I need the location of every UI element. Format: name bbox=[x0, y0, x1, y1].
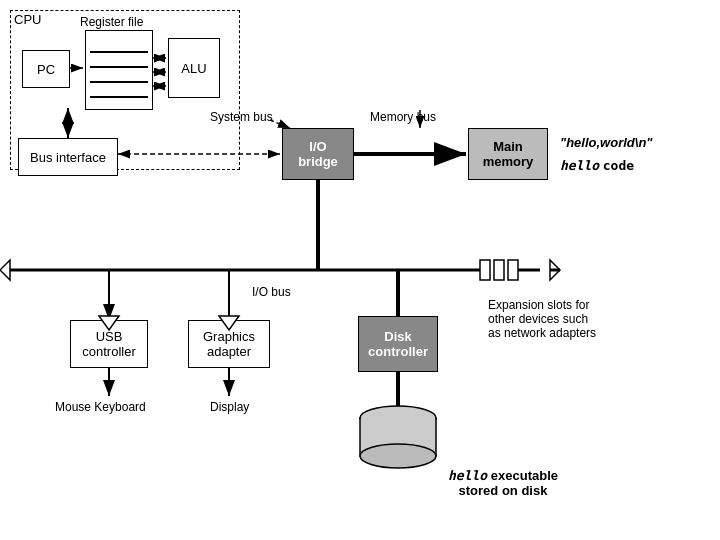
hello-code-label: hello code bbox=[560, 158, 634, 173]
svg-rect-38 bbox=[360, 418, 436, 456]
register-file-label: Register file bbox=[80, 15, 143, 29]
display-label: Display bbox=[210, 400, 249, 414]
mouse-keyboard-label: Mouse Keyboard bbox=[55, 400, 146, 414]
system-bus-label: System bus bbox=[210, 110, 273, 124]
hello-world-label: "hello,world\n" bbox=[560, 135, 653, 150]
register-file-box bbox=[85, 30, 153, 110]
svg-point-37 bbox=[360, 406, 436, 430]
alu-box: ALU bbox=[168, 38, 220, 98]
usb-controller-label: USB controller bbox=[82, 329, 135, 359]
memory-bus-label: Memory bus bbox=[370, 110, 436, 124]
io-bridge-label: I/O bridge bbox=[298, 139, 338, 169]
main-memory-label: Main memory bbox=[483, 139, 534, 169]
expansion-slots-label: Expansion slots for other devices such a… bbox=[488, 298, 668, 340]
diagram: CPU PC Register file ALU Bus interface I… bbox=[0, 0, 720, 540]
io-bridge-box: I/O bridge bbox=[282, 128, 354, 180]
svg-marker-26 bbox=[550, 260, 560, 280]
svg-rect-40 bbox=[361, 417, 435, 419]
svg-point-39 bbox=[360, 444, 436, 468]
graphics-adapter-box: Graphics adapter bbox=[188, 320, 270, 368]
svg-rect-23 bbox=[494, 260, 504, 280]
hello-executable-label: hello executable stored on disk bbox=[448, 468, 558, 498]
pc-label: PC bbox=[37, 62, 55, 77]
graphics-adapter-label: Graphics adapter bbox=[203, 329, 255, 359]
bus-interface-label: Bus interface bbox=[30, 150, 106, 165]
usb-controller-box: USB controller bbox=[70, 320, 148, 368]
disk-controller-label: Disk controller bbox=[368, 329, 428, 359]
io-bus-label: I/O bus bbox=[252, 285, 291, 299]
svg-rect-24 bbox=[508, 260, 518, 280]
svg-rect-22 bbox=[480, 260, 490, 280]
pc-box: PC bbox=[22, 50, 70, 88]
svg-marker-20 bbox=[0, 260, 10, 280]
disk-controller-box: Disk controller bbox=[358, 316, 438, 372]
svg-line-17 bbox=[270, 120, 290, 128]
cpu-label: CPU bbox=[14, 12, 41, 27]
alu-label: ALU bbox=[181, 61, 206, 76]
bus-interface-box: Bus interface bbox=[18, 138, 118, 176]
main-memory-box: Main memory bbox=[468, 128, 548, 180]
